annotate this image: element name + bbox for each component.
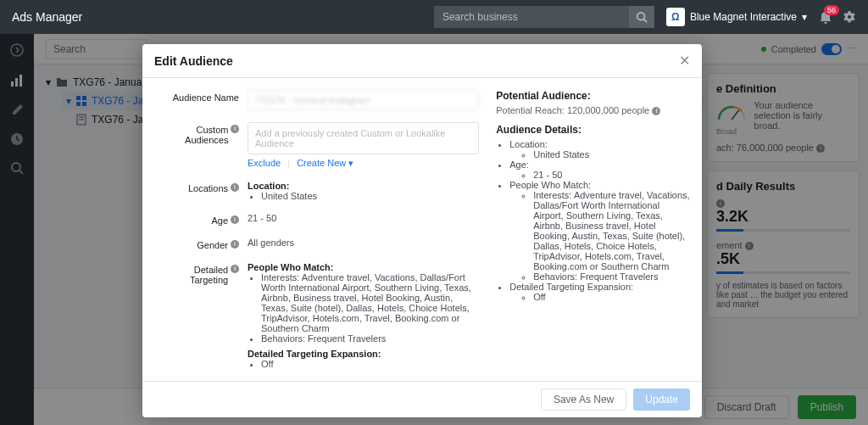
r-interests: Interests: Adventure travel, Vacations, … <box>533 190 690 271</box>
r-age-label: Age: <box>509 159 529 170</box>
age-label: Age <box>211 215 228 226</box>
svg-line-1 <box>644 20 648 23</box>
svg-point-0 <box>637 13 645 20</box>
r-age-value: 21 - 50 <box>533 170 690 180</box>
update-button[interactable]: Update <box>633 389 690 411</box>
custom-audience-input[interactable]: Add a previously created Custom or Looka… <box>248 122 479 154</box>
chevron-down-icon: ▾ <box>802 11 807 23</box>
location-value: United States <box>261 191 479 201</box>
notification-badge: 56 <box>824 5 839 15</box>
top-bar: Ads Manager Ω Blue Magnet Interactive ▾ … <box>0 0 868 34</box>
exclude-link[interactable]: Exclude <box>248 158 281 168</box>
modal-title: Edit Audience <box>154 54 679 68</box>
dte-value: Off <box>261 359 479 369</box>
dte-title: Detailed Targeting Expansion: <box>248 349 479 359</box>
dt-behaviors: Behaviors: Frequent Travelers <box>261 333 479 344</box>
create-new-link[interactable]: Create New ▾ <box>297 158 353 168</box>
modal-summary: Potential Audience: Potential Reach: 120… <box>489 78 702 381</box>
dt-interests: Interests: Adventure travel, Vacations, … <box>261 272 479 333</box>
business-search[interactable] <box>434 6 654 28</box>
r-dte-value: Off <box>533 292 690 302</box>
modal-footer: Save As New Update <box>142 381 702 417</box>
save-as-new-button[interactable]: Save As New <box>541 389 626 411</box>
r-match-label: People Who Match: <box>509 180 591 190</box>
info-icon[interactable]: i <box>652 107 660 115</box>
potential-reach: Potential Reach: 120,000,000 people i <box>496 105 690 115</box>
account-name: Blue Magnet Interactive <box>690 11 797 23</box>
r-location-value: United States <box>533 149 690 159</box>
info-icon[interactable]: i <box>231 265 239 273</box>
r-behaviors: Behaviors: Frequent Travelers <box>533 271 690 282</box>
audience-name-label: Audience Name <box>154 90 248 110</box>
close-icon[interactable]: ✕ <box>679 53 690 69</box>
potential-audience-title: Potential Audience: <box>496 90 690 102</box>
r-location-label: Location: <box>509 139 548 149</box>
r-dte-label: Detailed Targeting Expansion: <box>509 282 633 292</box>
edit-audience-modal: Edit Audience ✕ Audience Name TXG76 - Ge… <box>142 44 702 417</box>
custom-audiences-label: Custom Audiences <box>154 125 228 145</box>
locations-label: Locations <box>188 183 228 193</box>
notifications-icon[interactable]: 56 <box>819 10 832 24</box>
detailed-targeting-label: Detailed Targeting <box>154 265 228 285</box>
info-icon[interactable]: i <box>231 240 239 249</box>
gender-label: Gender <box>197 240 228 250</box>
info-icon[interactable]: i <box>231 215 239 224</box>
audience-details-title: Audience Details: <box>496 124 690 136</box>
location-title: Location: <box>248 181 479 191</box>
modal-form: Audience Name TXG76 - General Instagram … <box>142 78 489 381</box>
info-icon[interactable]: i <box>231 125 239 133</box>
age-value: 21 - 50 <box>248 213 479 226</box>
info-icon[interactable]: i <box>231 183 239 192</box>
app-title: Ads Manager <box>12 10 82 24</box>
modal-header: Edit Audience ✕ <box>142 44 702 78</box>
avatar: Ω <box>666 8 685 26</box>
business-search-input[interactable] <box>434 6 629 28</box>
search-icon[interactable] <box>629 6 654 28</box>
gender-value: All genders <box>248 238 479 250</box>
dt-title: People Who Match: <box>248 262 479 272</box>
audience-name-input[interactable]: TXG76 - General Instagram <box>248 90 479 110</box>
account-switcher[interactable]: Ω Blue Magnet Interactive ▾ <box>666 8 807 26</box>
gear-icon[interactable] <box>843 10 856 24</box>
